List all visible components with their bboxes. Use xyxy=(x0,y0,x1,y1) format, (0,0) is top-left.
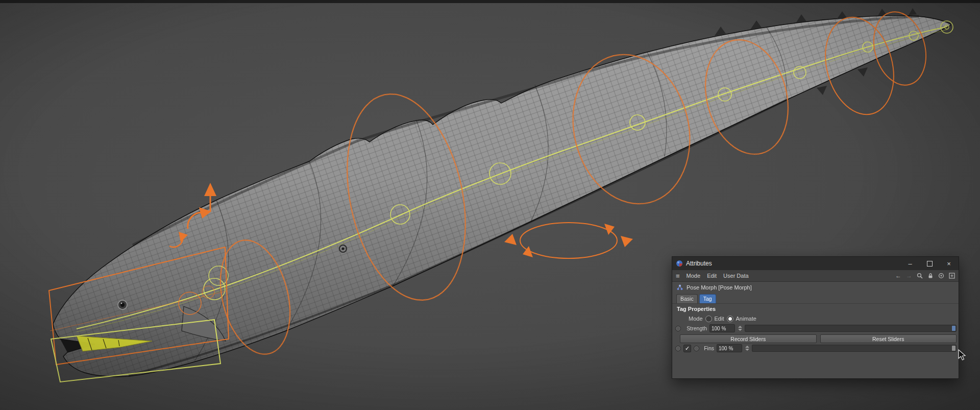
maximize-button[interactable] xyxy=(920,257,939,270)
attributes-panel: Attributes – × ≡ Mode Edit User Data ← → xyxy=(672,256,959,379)
spinner-down-icon[interactable] xyxy=(745,349,749,351)
strength-slider-handle[interactable] xyxy=(952,326,955,331)
maximize-icon xyxy=(927,261,933,267)
search-icon[interactable] xyxy=(917,273,923,279)
mode-row: Mode Edit Animate xyxy=(672,314,959,323)
fins-slider-handle[interactable] xyxy=(952,346,955,351)
menu-user-data[interactable]: User Data xyxy=(723,273,749,279)
spinner-up-icon[interactable] xyxy=(745,346,749,348)
menu-edit[interactable]: Edit xyxy=(707,273,717,279)
new-panel-icon[interactable] xyxy=(949,273,955,279)
viewport-top-edge xyxy=(0,0,980,3)
cinema4d-window: Attributes – × ≡ Mode Edit User Data ← → xyxy=(0,0,980,410)
mode-option-edit[interactable]: Edit xyxy=(715,316,724,322)
panel-menubar: ≡ Mode Edit User Data ← → xyxy=(672,270,959,282)
eye xyxy=(118,300,127,309)
hamburger-menu-icon[interactable]: ≡ xyxy=(676,272,680,280)
minimize-button[interactable]: – xyxy=(900,257,920,270)
mode-radio-animate[interactable] xyxy=(727,316,733,322)
tab-tag[interactable]: Tag xyxy=(699,294,716,303)
fins-record-dot-icon[interactable] xyxy=(675,346,681,351)
spinner-down-icon[interactable] xyxy=(738,329,742,331)
strength-record-dot-icon[interactable] xyxy=(675,326,681,331)
tab-row: Basic Tag xyxy=(672,293,959,304)
strength-row: Strength 100 % xyxy=(672,323,959,333)
mode-label: Mode xyxy=(689,316,703,322)
strength-label: Strength xyxy=(683,325,707,331)
mouse-cursor xyxy=(958,349,968,361)
mode-option-animate[interactable]: Animate xyxy=(736,316,756,322)
fins-checkbox[interactable]: ✓ xyxy=(683,345,691,352)
object-label: Pose Morph [Pose Morph] xyxy=(687,284,752,291)
target-icon[interactable] xyxy=(938,273,944,279)
attributes-app-icon xyxy=(676,260,683,267)
fins-row: ✓ Fins 100 % xyxy=(672,343,959,353)
slider-buttons-row: Record Sliders Reset Sliders xyxy=(672,333,959,343)
reset-sliders-button[interactable]: Reset Sliders xyxy=(820,334,957,343)
strength-value-field[interactable]: 100 % xyxy=(709,324,735,332)
tab-basic[interactable]: Basic xyxy=(676,294,698,303)
fins-key-dot-icon[interactable] xyxy=(694,346,699,351)
pose-morph-tag-icon xyxy=(676,284,683,291)
mode-radio-edit[interactable] xyxy=(705,316,712,322)
strength-spinner[interactable] xyxy=(738,326,742,331)
panel-title: Attributes xyxy=(686,260,712,267)
close-button[interactable]: × xyxy=(939,257,959,270)
fins-slider[interactable] xyxy=(752,345,957,352)
strength-value: 100 % xyxy=(712,326,726,331)
panel-titlebar[interactable]: Attributes – × xyxy=(672,257,959,270)
spinner-up-icon[interactable] xyxy=(738,326,742,328)
fins-spinner[interactable] xyxy=(745,346,749,351)
strength-slider[interactable] xyxy=(745,325,957,332)
fins-value-field[interactable]: 100 % xyxy=(717,344,742,352)
history-back-icon[interactable]: ← xyxy=(895,272,901,279)
menu-mode[interactable]: Mode xyxy=(687,273,701,279)
record-sliders-button[interactable]: Record Sliders xyxy=(680,334,817,343)
lock-icon[interactable] xyxy=(927,273,934,279)
fins-label: Fins xyxy=(702,345,714,351)
object-row[interactable]: Pose Morph [Pose Morph] xyxy=(672,282,959,293)
history-forward-icon[interactable]: → xyxy=(906,272,912,279)
section-title: Tag Properties xyxy=(677,306,716,312)
fins-value: 100 % xyxy=(719,346,733,351)
